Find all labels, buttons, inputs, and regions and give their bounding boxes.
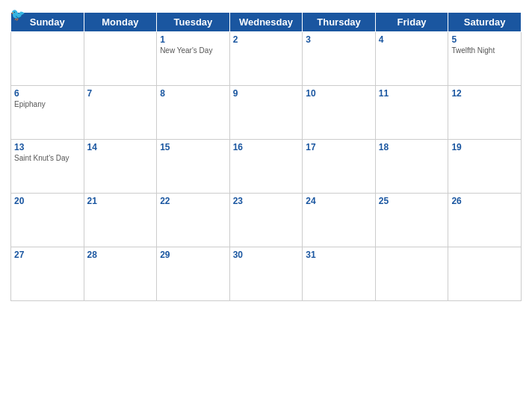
- day-number: 7: [87, 88, 154, 99]
- logo-container: 🐦: [10, 7, 27, 22]
- calendar-cell: 17: [303, 140, 376, 194]
- calendar-cell: 10: [303, 86, 376, 140]
- logo-area: 🐦: [10, 7, 27, 22]
- header-friday: Friday: [375, 13, 448, 32]
- calendar-week-row: 1New Year's Day2345Twelfth Night: [11, 32, 522, 86]
- day-number: 2: [233, 34, 300, 45]
- day-number: 11: [379, 88, 445, 99]
- day-number: 29: [160, 250, 226, 260]
- calendar-cell: 31: [303, 247, 376, 301]
- calendar-cell: 21: [84, 194, 157, 247]
- day-number: 25: [379, 196, 445, 206]
- day-number: 19: [451, 142, 518, 152]
- day-number: 23: [233, 196, 300, 206]
- calendar-thead: Sunday Monday Tuesday Wednesday Thursday…: [11, 13, 522, 32]
- calendar-cell: 7: [84, 86, 157, 140]
- calendar-cell: 4: [375, 32, 448, 86]
- day-number: 10: [306, 88, 372, 99]
- calendar-cell: 27: [11, 247, 84, 301]
- calendar-cell: 24: [303, 194, 376, 247]
- calendar-cell: 29: [157, 247, 230, 301]
- day-number: 4: [379, 34, 445, 45]
- day-number: 30: [233, 250, 300, 260]
- day-number: 8: [160, 88, 226, 99]
- calendar-cell: 18: [375, 140, 448, 194]
- calendar-cell: 9: [229, 86, 303, 140]
- calendar-cell: [448, 247, 522, 301]
- calendar-cell: [11, 32, 84, 86]
- calendar-week-row: 20212223242526: [11, 194, 522, 247]
- day-number: 13: [14, 142, 81, 152]
- calendar-body: 1New Year's Day2345Twelfth Night6Epiphan…: [11, 32, 522, 301]
- calendar-cell: 2: [229, 32, 303, 86]
- day-number: 9: [233, 88, 300, 99]
- calendar-cell: 1New Year's Day: [157, 32, 230, 86]
- header-tuesday: Tuesday: [157, 13, 230, 32]
- day-number: 17: [306, 142, 372, 152]
- holiday-name: Saint Knut's Day: [14, 154, 81, 162]
- day-number: 26: [451, 196, 518, 206]
- day-number: 31: [306, 250, 372, 260]
- calendar-cell: 12: [448, 86, 522, 140]
- calendar-cell: 28: [84, 247, 157, 301]
- day-number: 24: [306, 196, 372, 206]
- header-wednesday: Wednesday: [229, 13, 303, 32]
- calendar-week-row: 2728293031: [11, 247, 522, 301]
- holiday-name: New Year's Day: [160, 46, 226, 55]
- calendar-cell: 23: [229, 194, 303, 247]
- day-number: 1: [160, 34, 226, 45]
- calendar-cell: 5Twelfth Night: [448, 32, 522, 86]
- day-number: 5: [451, 34, 518, 45]
- calendar-cell: 25: [375, 194, 448, 247]
- calendar-cell: 14: [84, 140, 157, 194]
- calendar-wrapper: 🐦 Sunday Monday Tuesday Wednesday Thursd…: [0, 0, 532, 411]
- calendar-cell: 22: [157, 194, 230, 247]
- day-headers-row: Sunday Monday Tuesday Wednesday Thursday…: [11, 13, 522, 32]
- calendar-cell: 6Epiphany: [11, 86, 84, 140]
- logo-bird-icon: 🐦: [10, 7, 25, 22]
- header-monday: Monday: [84, 13, 157, 32]
- calendar-week-row: 6Epiphany789101112: [11, 86, 522, 140]
- day-number: 28: [87, 250, 154, 260]
- calendar-cell: 3: [303, 32, 376, 86]
- day-number: 18: [379, 142, 445, 152]
- calendar-table: Sunday Monday Tuesday Wednesday Thursday…: [10, 12, 522, 301]
- calendar-cell: [84, 32, 157, 86]
- calendar-week-row: 13Saint Knut's Day141516171819: [11, 140, 522, 194]
- calendar-cell: 13Saint Knut's Day: [11, 140, 84, 194]
- calendar-cell: 11: [375, 86, 448, 140]
- calendar-cell: 30: [229, 247, 303, 301]
- day-number: 12: [451, 88, 518, 99]
- day-number: 21: [87, 196, 154, 206]
- day-number: 27: [14, 250, 81, 260]
- calendar-cell: 19: [448, 140, 522, 194]
- calendar-cell: 16: [229, 140, 303, 194]
- day-number: 14: [87, 142, 154, 152]
- calendar-cell: 15: [157, 140, 230, 194]
- day-number: 6: [14, 88, 81, 99]
- header-saturday: Saturday: [448, 13, 522, 32]
- header-thursday: Thursday: [303, 13, 376, 32]
- holiday-name: Epiphany: [14, 100, 81, 108]
- day-number: 15: [160, 142, 226, 152]
- calendar-cell: 26: [448, 194, 522, 247]
- calendar-cell: [375, 247, 448, 301]
- day-number: 20: [14, 196, 81, 206]
- day-number: 22: [160, 196, 226, 206]
- holiday-name: Twelfth Night: [451, 46, 518, 55]
- calendar-cell: 20: [11, 194, 84, 247]
- day-number: 3: [306, 34, 372, 45]
- day-number: 16: [233, 142, 300, 152]
- calendar-cell: 8: [157, 86, 230, 140]
